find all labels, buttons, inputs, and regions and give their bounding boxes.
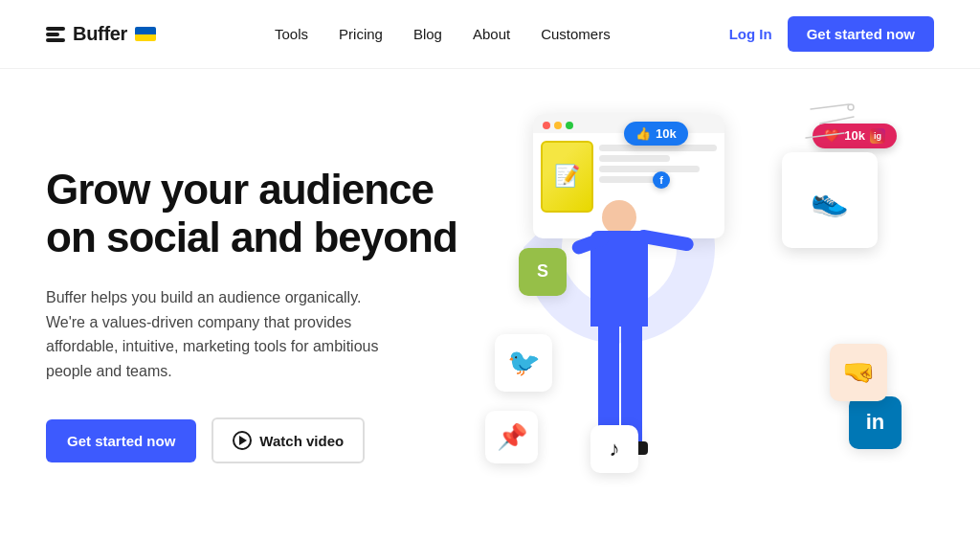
login-button[interactable]: Log In [729, 26, 772, 42]
watch-video-label: Watch video [259, 433, 344, 449]
header-actions: Log In Get started now [729, 16, 934, 52]
post-line-3 [599, 166, 700, 172]
ukraine-flag [135, 27, 156, 41]
facebook-dot: f [653, 171, 670, 189]
illustration-container: 📝 👍 10k ❤️ 10k ig [476, 95, 916, 516]
hero-content: Grow your audience on social and beyond … [46, 147, 457, 464]
logo-area[interactable]: Buffer [46, 23, 156, 45]
hero-illustration: 📝 👍 10k ❤️ 10k ig [457, 69, 934, 541]
product-card: 👟 [782, 152, 878, 248]
play-icon [233, 431, 252, 450]
dot-green [566, 122, 573, 129]
nav-customers[interactable]: Customers [541, 26, 611, 42]
buffer-logo-icon [46, 27, 65, 42]
linkedin-icon: in [849, 396, 902, 449]
like-badge: 👍 10k [624, 122, 688, 146]
tiktok-icon: ♪ [590, 425, 638, 473]
shopify-label: S [537, 261, 548, 282]
get-started-header-button[interactable]: Get started now [788, 16, 934, 52]
nav-blog[interactable]: Blog [413, 26, 442, 42]
svg-line-1 [820, 117, 854, 124]
twitter-icon: 🐦 [495, 334, 552, 392]
svg-point-3 [848, 104, 854, 110]
doodle-decoration [801, 100, 858, 157]
dot-yellow [554, 122, 562, 129]
tiktok-symbol: ♪ [610, 437, 620, 462]
hero-headline: Grow your audience on social and beyond [46, 166, 457, 262]
shopify-icon: S [519, 248, 567, 296]
svg-line-0 [811, 104, 849, 109]
dot-red [543, 122, 550, 129]
play-triangle [239, 436, 247, 445]
hero-buttons: Get started now Watch video [46, 417, 457, 463]
watch-video-button[interactable]: Watch video [212, 417, 365, 463]
post-line-2 [599, 155, 670, 162]
twitter-bird: 🐦 [507, 347, 541, 378]
char-head [602, 200, 636, 235]
brand-name: Buffer [73, 23, 127, 45]
thumbs-up-icon: 👍 [635, 126, 651, 141]
nav-tools[interactable]: Tools [275, 26, 308, 42]
like-count: 10k [656, 126, 677, 141]
linkedin-label: in [866, 410, 885, 435]
post-line-1 [599, 145, 717, 151]
nav-about[interactable]: About [473, 26, 510, 42]
pinterest-symbol: 📌 [497, 422, 527, 452]
get-started-main-button[interactable]: Get started now [46, 419, 196, 462]
pinterest-icon: 📌 [485, 411, 538, 463]
main-nav: Tools Pricing Blog About Customers [275, 26, 611, 42]
instagram-icon: ig [870, 128, 885, 144]
hero-subtext: Buffer helps you build an audience organ… [46, 285, 400, 383]
nav-pricing[interactable]: Pricing [339, 26, 383, 42]
svg-line-2 [806, 133, 844, 138]
fist-icon: 🤜 [830, 344, 887, 401]
